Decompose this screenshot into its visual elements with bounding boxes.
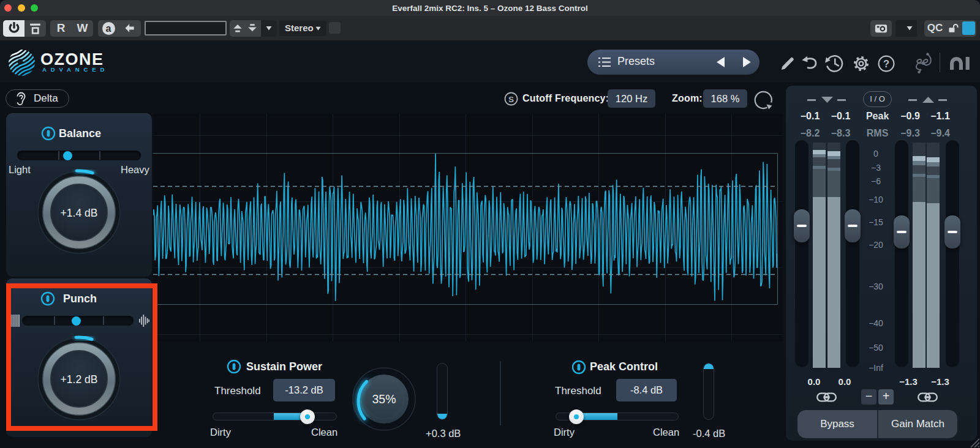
svg-text:S: S <box>508 95 514 104</box>
svg-text:+1.4 dB: +1.4 dB <box>61 207 98 219</box>
svg-text:35%: 35% <box>372 392 396 406</box>
svg-text:?: ? <box>883 58 889 69</box>
